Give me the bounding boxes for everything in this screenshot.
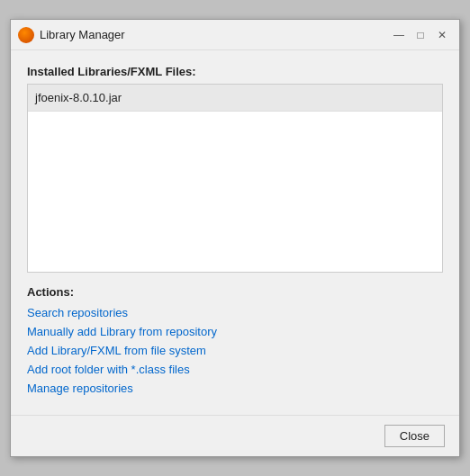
close-button[interactable]: Close xyxy=(384,425,445,447)
installed-section-label: Installed Libraries/FXML Files: xyxy=(27,65,443,78)
title-bar-left: Library Manager xyxy=(18,27,125,43)
library-manager-window: Library Manager — □ ✕ Installed Librarie… xyxy=(10,19,460,457)
installed-section: Installed Libraries/FXML Files: jfoenix-… xyxy=(27,65,443,273)
footer: Close xyxy=(11,415,459,456)
app-icon xyxy=(18,27,34,43)
title-bar: Library Manager — □ ✕ xyxy=(11,20,459,50)
delete-library-button[interactable] xyxy=(431,96,435,100)
minimize-button[interactable]: — xyxy=(389,25,409,45)
library-item-name: jfoenix-8.0.10.jar xyxy=(35,91,122,104)
manage-repositories-link[interactable]: Manage repositories xyxy=(27,382,443,395)
manually-add-library-link[interactable]: Manually add Library from repository xyxy=(27,325,443,338)
library-list: jfoenix-8.0.10.jar xyxy=(27,84,443,273)
maximize-button[interactable]: □ xyxy=(411,25,430,45)
actions-label: Actions: xyxy=(27,285,443,299)
search-repositories-link[interactable]: Search repositories xyxy=(27,306,443,319)
add-root-folder-link[interactable]: Add root folder with *.class files xyxy=(27,363,443,376)
edit-library-button[interactable] xyxy=(422,96,426,100)
window-title: Library Manager xyxy=(40,28,125,41)
title-bar-controls: — □ ✕ xyxy=(389,25,452,45)
main-content: Installed Libraries/FXML Files: jfoenix-… xyxy=(11,50,459,415)
library-item: jfoenix-8.0.10.jar xyxy=(28,85,442,112)
library-item-actions xyxy=(422,96,435,100)
window-close-button[interactable]: ✕ xyxy=(432,25,452,45)
add-library-from-filesystem-link[interactable]: Add Library/FXML from file system xyxy=(27,344,443,357)
actions-section: Actions: Search repositories Manually ad… xyxy=(27,285,443,400)
